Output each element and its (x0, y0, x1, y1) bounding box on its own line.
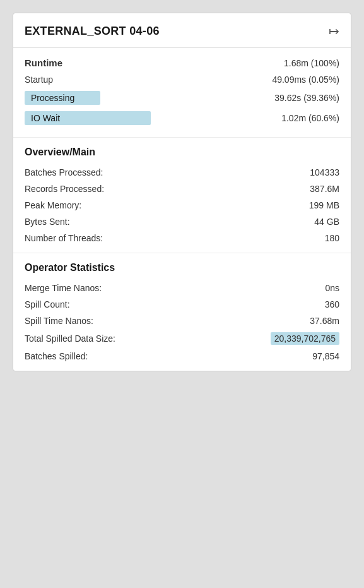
startup-label: Startup (25, 75, 53, 85)
runtime-section: Runtime 1.68m (100%) Startup 49.09ms (0.… (13, 48, 351, 138)
op-row-1: Spill Count: 360 (25, 296, 339, 313)
op-row-4: Batches Spilled: 97,854 (25, 348, 339, 364)
main-card: EXTERNAL_SORT 04-06 ↦ Runtime 1.68m (100… (13, 13, 351, 371)
overview-title: Overview/Main (25, 147, 339, 158)
processing-label: Processing (25, 91, 100, 105)
spill-time-label: Spill Time Nanos: (25, 316, 93, 326)
overview-row-3: Bytes Sent: 44 GB (25, 213, 339, 230)
startup-value: 49.09ms (0.05%) (272, 75, 339, 85)
spill-time-value: 37.68m (310, 316, 339, 326)
runtime-row-0: Runtime 1.68m (100%) (25, 54, 339, 71)
runtime-row-3: IO Wait 1.02m (60.6%) (25, 108, 339, 128)
processing-value: 39.62s (39.36%) (274, 93, 339, 103)
card-header: EXTERNAL_SORT 04-06 ↦ (13, 13, 351, 48)
overview-row-0: Batches Processed: 104333 (25, 164, 339, 181)
merge-time-label: Merge Time Nanos: (25, 283, 102, 293)
total-spilled-label: Total Spilled Data Size: (25, 333, 115, 344)
operator-stats-title: Operator Statistics (25, 262, 339, 273)
spill-count-value: 360 (325, 299, 339, 309)
overview-row-4: Number of Threads: 180 (25, 230, 339, 246)
export-icon[interactable]: ↦ (329, 23, 339, 39)
num-threads-value: 180 (325, 233, 339, 243)
peak-memory-label: Peak Memory: (25, 200, 81, 210)
total-spilled-value: 20,339,702,765 (271, 332, 339, 345)
spill-count-label: Spill Count: (25, 299, 70, 309)
batches-spilled-label: Batches Spilled: (25, 351, 88, 361)
overview-section: Overview/Main Batches Processed: 104333 … (13, 138, 351, 253)
runtime-row-2: Processing 39.62s (39.36%) (25, 88, 339, 108)
op-row-2: Spill Time Nanos: 37.68m (25, 313, 339, 329)
op-row-3: Total Spilled Data Size: 20,339,702,765 (25, 329, 339, 348)
operator-stats-section: Operator Statistics Merge Time Nanos: 0n… (13, 253, 351, 371)
batches-spilled-value: 97,854 (312, 351, 339, 361)
num-threads-label: Number of Threads: (25, 233, 103, 243)
batches-processed-label: Batches Processed: (25, 167, 103, 177)
overview-row-2: Peak Memory: 199 MB (25, 197, 339, 213)
records-processed-label: Records Processed: (25, 184, 104, 194)
op-row-0: Merge Time Nanos: 0ns (25, 280, 339, 296)
bytes-sent-label: Bytes Sent: (25, 217, 70, 227)
card-title: EXTERNAL_SORT 04-06 (25, 25, 160, 38)
iowait-value: 1.02m (60.6%) (281, 113, 339, 123)
runtime-value: 1.68m (100%) (284, 58, 339, 68)
overview-row-1: Records Processed: 387.6M (25, 181, 339, 197)
merge-time-value: 0ns (325, 283, 339, 293)
runtime-row-1: Startup 49.09ms (0.05%) (25, 71, 339, 88)
records-processed-value: 387.6M (310, 184, 339, 194)
runtime-label: Runtime (25, 57, 62, 68)
iowait-label: IO Wait (25, 111, 151, 125)
peak-memory-value: 199 MB (309, 200, 339, 210)
bytes-sent-value: 44 GB (314, 217, 339, 227)
batches-processed-value: 104333 (310, 167, 339, 177)
